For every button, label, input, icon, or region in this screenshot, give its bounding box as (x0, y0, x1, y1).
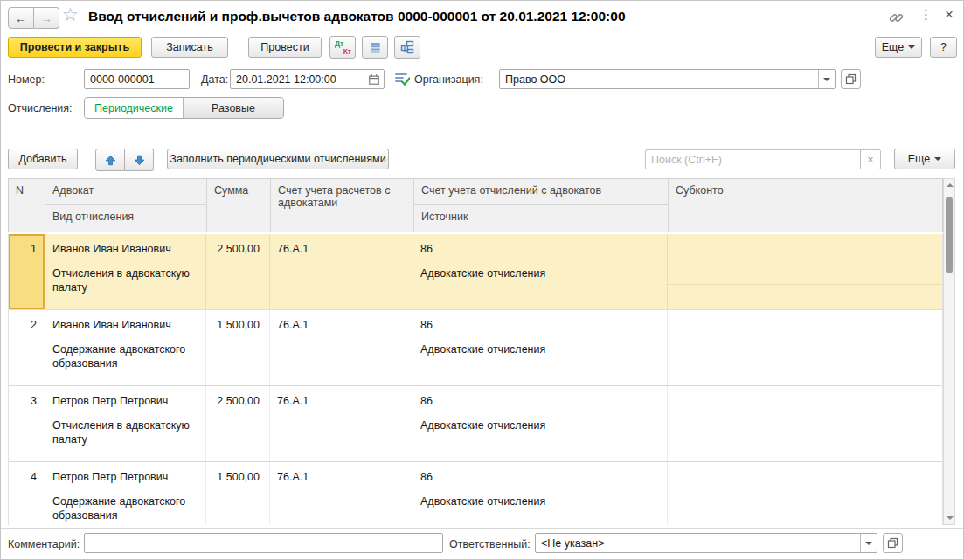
add-row-button[interactable]: Добавить (8, 149, 78, 169)
deductions-account-cell[interactable]: 86 Адвокатские отчисления (413, 234, 668, 309)
chevron-down-icon (934, 157, 941, 164)
subconto-cell[interactable] (668, 310, 942, 385)
number-input[interactable]: 0000-000001 (84, 69, 190, 89)
header-advocate-label[interactable]: Адвокат (45, 179, 206, 205)
favorite-star-icon[interactable]: ☆ (62, 4, 79, 25)
forward-icon: → (40, 11, 52, 25)
chevron-down-icon (865, 542, 872, 549)
advocate-cell[interactable]: Петров Петр Петрович Отчисления в адвока… (45, 386, 206, 461)
advocate-cell[interactable]: Петров Петр Петрович Содержание адвокатс… (45, 462, 206, 525)
header-account-deductions[interactable]: Счет учета отчислений с адвокатов Источн… (414, 179, 669, 232)
deductions-account-cell[interactable]: 86 Адвокатские отчисления (413, 386, 668, 461)
deductions-label: Отчисления: (8, 102, 73, 114)
add-label: Добавить (18, 153, 66, 165)
organization-dropdown-button[interactable] (818, 70, 835, 88)
up-arrow-icon (105, 155, 116, 166)
table-row[interactable]: 2 Иванов Иван Иванович Содержание адвока… (9, 310, 942, 386)
settlements-account-cell[interactable]: 76.А.1 (270, 462, 413, 525)
link-icon[interactable] (889, 10, 904, 25)
sum-cell[interactable]: 1 500,00 (206, 310, 270, 385)
post-and-close-button[interactable]: Провести и закрыть (8, 37, 142, 58)
more-table-label: Еще (908, 153, 930, 165)
report-list-button[interactable] (362, 36, 388, 59)
move-row-group (95, 149, 154, 171)
row-number-cell[interactable]: 3 (9, 386, 45, 461)
row-number-cell[interactable]: 4 (9, 462, 45, 525)
fill-periodic-button[interactable]: Заполнить периодическими отчислениями (167, 149, 389, 169)
more-vertical-icon[interactable]: ⋮ (919, 7, 933, 23)
header-sum[interactable]: Сумма (207, 179, 271, 232)
row-number-cell[interactable]: 2 (9, 310, 45, 385)
subconto-cell[interactable] (668, 462, 942, 525)
fill-label: Заполнить периодическими отчислениями (170, 153, 385, 165)
help-label: ? (940, 41, 947, 53)
table-row[interactable]: 1 Иванов Иван Иванович Отчисления в адво… (9, 234, 942, 310)
check-list-icon[interactable] (394, 71, 410, 86)
document-window: ← → ☆ Ввод отчислений и проф.вычетов адв… (0, 0, 964, 560)
tab-onetime[interactable]: Разовые (183, 98, 283, 118)
more-button-table[interactable]: Еще (894, 149, 955, 169)
subconto-cell[interactable] (668, 386, 942, 461)
advocate-cell[interactable]: Иванов Иван Иванович Отчисления в адвока… (45, 234, 206, 309)
responsible-open-button[interactable] (883, 533, 903, 553)
help-button[interactable]: ? (930, 37, 957, 58)
search-input[interactable]: Поиск (Ctrl+F) × (645, 149, 881, 169)
write-button[interactable]: Записать (151, 37, 228, 58)
row-number-cell[interactable]: 1 (9, 234, 45, 309)
down-arrow-icon (134, 155, 145, 166)
clear-icon: × (867, 154, 873, 166)
sum-cell[interactable]: 1 500,00 (206, 462, 270, 525)
advocate-cell[interactable]: Иванов Иван Иванович Содержание адвокатс… (45, 310, 206, 385)
move-down-button[interactable] (125, 149, 154, 171)
move-up-button[interactable] (95, 149, 125, 171)
post-button[interactable]: Провести (248, 37, 322, 58)
header-account-deductions-label[interactable]: Счет учета отчислений с адвокатов (414, 179, 668, 205)
scroll-up-icon[interactable] (947, 183, 954, 187)
settlements-account-cell[interactable]: 76.А.1 (270, 310, 413, 385)
post-label: Провести (260, 41, 309, 53)
dtkt-postings-button[interactable]: ДтКт (329, 36, 356, 59)
subconto-cell[interactable] (668, 234, 942, 309)
organization-combo[interactable]: Право ООО (499, 69, 836, 89)
header-account-settlements[interactable]: Счет учета расчетов с адвокатами (271, 179, 414, 232)
settlements-account-cell[interactable]: 76.А.1 (270, 234, 413, 309)
header-source-label[interactable]: Источник (414, 205, 668, 232)
deductions-table: N Адвокат Вид отчисления Сумма Счет учет… (8, 178, 955, 525)
sum-cell[interactable]: 2 500,00 (206, 386, 270, 461)
responsible-dropdown-button[interactable] (860, 534, 877, 552)
comment-input[interactable] (84, 533, 443, 553)
table-row[interactable]: 3 Петров Петр Петрович Отчисления в адво… (9, 386, 942, 462)
close-icon[interactable]: × (945, 6, 954, 24)
organization-value: Право ООО (505, 73, 818, 86)
table-body: 1 Иванов Иван Иванович Отчисления в адво… (8, 234, 943, 525)
sum-cell[interactable]: 2 500,00 (206, 234, 270, 309)
deductions-toggle: Периодические Разовые (84, 97, 284, 119)
search-clear-button[interactable]: × (860, 150, 880, 169)
deductions-account-cell[interactable]: 86 Адвокатские отчисления (413, 310, 668, 385)
header-advocate[interactable]: Адвокат Вид отчисления (45, 179, 207, 232)
calendar-button[interactable] (364, 70, 384, 88)
tab-periodic[interactable]: Периодические (85, 98, 183, 118)
header-n[interactable]: N (9, 179, 45, 232)
write-label: Записать (166, 41, 212, 53)
table-row[interactable]: 4 Петров Петр Петрович Содержание адвока… (9, 462, 942, 525)
scrollbar-thumb[interactable] (946, 197, 953, 273)
organization-open-button[interactable] (841, 69, 861, 89)
header-subconto[interactable]: Субконто (669, 179, 942, 232)
responsible-combo[interactable]: <Не указан> (535, 533, 877, 553)
more-button-top[interactable]: Еще (875, 37, 922, 58)
nav-button-group: ← → (8, 7, 59, 29)
forward-button[interactable]: → (34, 7, 59, 29)
vertical-scrollbar[interactable] (943, 178, 955, 525)
search-placeholder: Поиск (Ctrl+F) (651, 154, 860, 166)
date-input[interactable]: 20.01.2021 12:00:00 (230, 69, 385, 89)
number-value: 0000-000001 (90, 73, 155, 86)
settlements-account-cell[interactable]: 76.А.1 (270, 386, 413, 461)
scroll-down-icon[interactable] (947, 516, 954, 520)
document-structure-button[interactable] (394, 36, 420, 59)
header-kind-label[interactable]: Вид отчисления (45, 205, 206, 232)
table-header: N Адвокат Вид отчисления Сумма Счет учет… (8, 178, 943, 232)
deductions-account-cell[interactable]: 86 Адвокатские отчисления (413, 462, 668, 525)
back-button[interactable]: ← (8, 7, 34, 29)
dtkt-icon: ДтКт (334, 39, 351, 55)
